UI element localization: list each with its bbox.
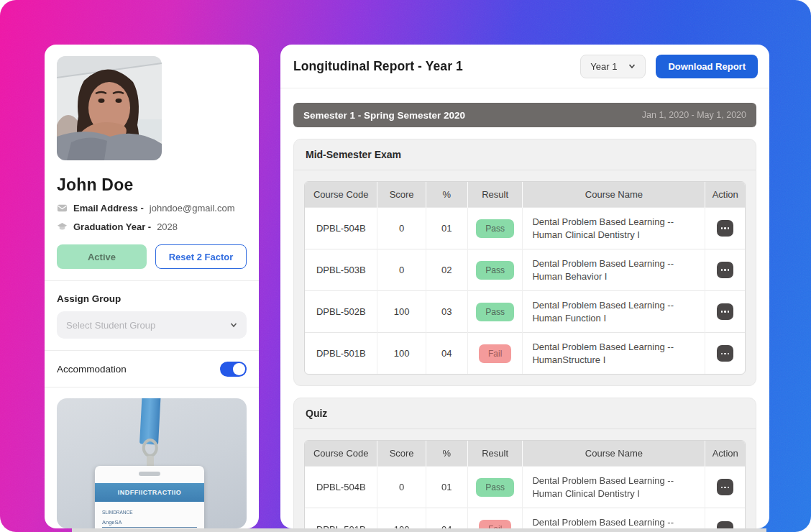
accommodation-toggle[interactable] — [220, 362, 247, 377]
score-cell: 100 — [377, 333, 426, 375]
score-cell: 100 — [377, 291, 426, 333]
report-sections: Mid-Semester ExamCourse CodeScore%Result… — [293, 139, 756, 528]
chevron-down-icon — [628, 63, 636, 70]
table-row: DPBL-501B10004FailDental Problem Based L… — [305, 508, 745, 528]
bottom-edge-strip — [72, 528, 766, 532]
app-background: John Doe Email Address - johndoe@gmail.c… — [0, 0, 811, 532]
report-header: Longitudinal Report - Year 1 Year 1 Down… — [280, 45, 769, 88]
email-label: Email Address - — [73, 203, 144, 214]
percent-cell: 01 — [426, 208, 467, 249]
email-row: Email Address - johndoe@gmail.com — [57, 203, 247, 214]
accommodation-row: Accommodation — [57, 362, 247, 377]
year-select[interactable]: Year 1 — [580, 55, 646, 78]
score-cell: 0 — [377, 249, 426, 291]
row-actions-button[interactable] — [717, 479, 733, 495]
email-icon — [57, 203, 68, 214]
ellipsis-icon — [724, 269, 726, 271]
row-actions-button[interactable] — [717, 521, 733, 528]
result-badge-pass: Pass — [476, 303, 514, 321]
course-name-cell: Dental Problem Based Learning -- Human C… — [523, 467, 705, 508]
row-actions-button[interactable] — [717, 220, 733, 237]
result-cell: Fail — [467, 508, 523, 528]
percent-cell: 02 — [426, 249, 467, 291]
section-content: Course CodeScore%ResultCourse NameAction… — [294, 170, 756, 385]
column-header: Course Code — [305, 441, 377, 467]
id-card-slot — [139, 472, 160, 476]
reset-2-factor-button[interactable]: Reset 2 Factor — [155, 244, 247, 269]
active-status-button[interactable]: Active — [57, 244, 147, 269]
column-header: Result — [467, 441, 523, 467]
id-card-line: SLIMDRANCE — [102, 510, 197, 515]
results-table: Course CodeScore%ResultCourse NameAction… — [304, 181, 746, 375]
student-name: John Doe — [57, 175, 247, 195]
course-code-cell: DPBL-504B — [305, 467, 377, 508]
column-header: % — [426, 441, 467, 467]
result-badge-pass: Pass — [476, 478, 514, 497]
section-content: Course CodeScore%ResultCourse NameAction… — [294, 429, 756, 528]
chevron-down-icon — [230, 321, 237, 329]
ellipsis-icon — [721, 311, 723, 313]
table-header-row: Course CodeScore%ResultCourse NameAction — [305, 182, 745, 208]
report-body: Semester 1 - Spring Semester 2020 Jan 1,… — [280, 88, 769, 528]
score-cell: 0 — [377, 467, 426, 508]
table-header-row: Course CodeScore%ResultCourse NameAction — [305, 441, 745, 467]
row-actions-button[interactable] — [717, 303, 733, 320]
course-name-cell: Dental Problem Based Learning -- HumanSt… — [523, 333, 705, 375]
course-code-cell: DPBL-504B — [305, 208, 377, 249]
ellipsis-icon — [728, 353, 730, 355]
report-header-actions: Year 1 Download Report — [580, 55, 758, 78]
course-name-cell: Dental Problem Based Learning -- Human B… — [523, 249, 705, 291]
result-badge-fail: Fail — [479, 520, 511, 528]
student-group-select[interactable]: Select Student Group — [57, 311, 247, 339]
ellipsis-icon — [724, 227, 726, 229]
result-cell: Pass — [467, 249, 523, 291]
table-row: DPBL-502B10003PassDental Problem Based L… — [305, 291, 745, 333]
id-badge-photo: INDFFIICTRACTIIO SLIMDRANCE AngeSA Rattu… — [57, 398, 247, 528]
toggle-knob — [233, 363, 245, 375]
graduation-label: Graduation Year - — [73, 221, 151, 232]
column-header: Course Name — [523, 441, 705, 467]
column-header: Score — [377, 441, 426, 467]
action-cell — [705, 249, 745, 291]
percent-cell: 03 — [426, 291, 467, 333]
result-cell: Fail — [467, 333, 523, 375]
action-cell — [705, 508, 745, 528]
result-badge-fail: Fail — [479, 344, 511, 363]
course-code-cell: DPBL-502B — [305, 291, 377, 333]
score-cell: 0 — [377, 208, 426, 249]
column-header: Result — [467, 182, 523, 208]
column-header: Score — [377, 182, 426, 208]
column-header: Course Code — [305, 182, 377, 208]
course-name-cell: Dental Problem Based Learning -- Human C… — [523, 208, 705, 249]
lanyard-strap — [139, 398, 161, 445]
id-card-lines: SLIMDRANCE AngeSA Rattun Nem Pamel hE86 … — [95, 502, 204, 528]
ellipsis-icon — [724, 487, 726, 489]
id-card-line: AngeSA — [102, 519, 197, 528]
column-header: Course Name — [523, 182, 705, 208]
ellipsis-icon — [721, 487, 723, 489]
section-title: Mid-Semester Exam — [294, 139, 756, 170]
longitudinal-report-card: Longitudinal Report - Year 1 Year 1 Down… — [280, 45, 769, 528]
profile-photo — [57, 56, 162, 160]
column-header: Action — [705, 182, 745, 208]
ellipsis-icon — [724, 311, 726, 313]
id-card-header-text: INDFFIICTRACTIIO — [118, 489, 182, 496]
ellipsis-icon — [721, 353, 723, 355]
course-name-cell: Dental Problem Based Learning -- Human F… — [523, 291, 705, 333]
profile-actions: Active Reset 2 Factor — [57, 244, 247, 269]
percent-cell: 04 — [426, 333, 467, 375]
ellipsis-icon — [721, 269, 723, 271]
semester-banner: Semester 1 - Spring Semester 2020 Jan 1,… — [293, 103, 756, 127]
ellipsis-icon — [724, 353, 726, 355]
action-cell — [705, 333, 745, 375]
table-row: DPBL-501B10004FailDental Problem Based L… — [305, 333, 745, 375]
download-report-button[interactable]: Download Report — [656, 55, 758, 78]
graduation-value: 2028 — [157, 221, 178, 232]
row-actions-button[interactable] — [717, 345, 733, 362]
row-actions-button[interactable] — [717, 262, 733, 278]
course-name-cell: Dental Problem Based Learning -- HumanSt… — [523, 508, 705, 528]
ellipsis-icon — [728, 227, 730, 229]
table-row: DPBL-503B002PassDental Problem Based Lea… — [305, 249, 745, 291]
course-code-cell: DPBL-503B — [305, 249, 377, 291]
course-code-cell: DPBL-501B — [305, 333, 377, 375]
